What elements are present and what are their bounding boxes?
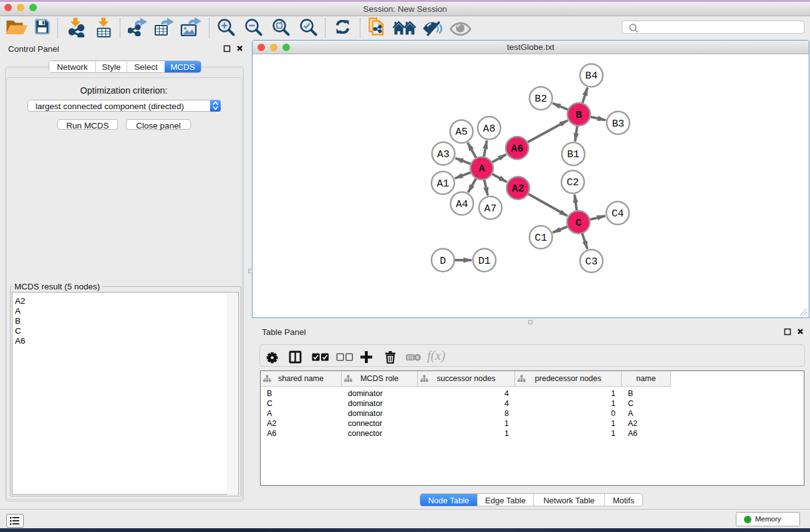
svg-text:A2: A2 <box>512 183 524 195</box>
svg-text:B3: B3 <box>612 118 624 130</box>
svg-text:A8: A8 <box>483 123 495 135</box>
svg-text:A6: A6 <box>511 143 523 155</box>
svg-text:C1: C1 <box>534 232 547 244</box>
svg-text:A3: A3 <box>437 148 450 160</box>
svg-text:A: A <box>479 163 485 175</box>
svg-text:C2: C2 <box>567 177 579 188</box>
svg-text:B1: B1 <box>567 148 579 160</box>
svg-text:C4: C4 <box>612 208 624 220</box>
svg-text:A5: A5 <box>455 126 468 138</box>
svg-text:C3: C3 <box>585 256 597 268</box>
svg-text:A4: A4 <box>456 198 468 210</box>
svg-text:B4: B4 <box>585 70 597 82</box>
svg-text:D1: D1 <box>478 255 491 267</box>
svg-text:B2: B2 <box>534 93 547 105</box>
svg-text:C: C <box>576 217 582 229</box>
svg-text:D: D <box>440 255 446 267</box>
svg-text:A1: A1 <box>436 178 449 190</box>
svg-text:A7: A7 <box>485 203 497 215</box>
svg-text:B: B <box>576 109 582 121</box>
